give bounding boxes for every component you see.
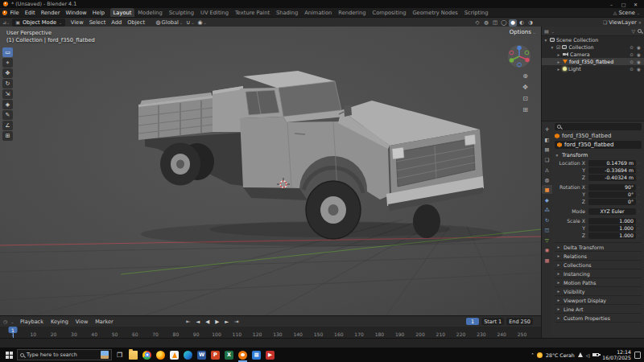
shading-rendered-icon[interactable]: ◑ <box>526 19 535 27</box>
animate-decorator-icon[interactable]: · <box>636 232 642 238</box>
tab-view-layer[interactable]: ❏ <box>542 155 552 164</box>
timeline-menu-view[interactable]: View <box>72 319 90 325</box>
edge-icon[interactable] <box>181 348 195 362</box>
tab-object-data[interactable]: ▽ <box>542 236 552 245</box>
minimize-button[interactable]: – <box>606 1 617 8</box>
start-button[interactable] <box>2 348 16 362</box>
taskbar-clock[interactable]: 12:14 16/07/2025 <box>602 349 631 360</box>
menu-window[interactable]: Window <box>63 10 89 16</box>
camera-view-icon[interactable]: ⊡ <box>522 95 528 102</box>
blender-icon[interactable] <box>236 348 250 362</box>
tool-measure[interactable]: ∠ <box>2 121 13 130</box>
viewport-menu-object[interactable]: Object <box>125 19 148 26</box>
collection-checkbox-icon[interactable]: ☑ <box>556 44 560 50</box>
toggle-xray-icon[interactable]: ◫ <box>491 19 499 27</box>
excel-icon[interactable]: X <box>222 348 236 362</box>
workspace-tab-compositing[interactable]: Compositing <box>369 8 409 17</box>
transform-value-field[interactable]: 1.000 <box>588 225 636 232</box>
panel-section-collections[interactable]: ▸Collections <box>555 261 642 269</box>
navigation-gizmo[interactable] <box>507 44 531 68</box>
tab-texture[interactable]: ▦ <box>542 256 552 265</box>
animate-decorator-icon[interactable]: · <box>636 160 642 166</box>
photos-icon[interactable]: ▦ <box>250 348 263 362</box>
viewport-menu-add[interactable]: Add <box>109 19 125 26</box>
play-button[interactable]: ▶ <box>213 318 221 326</box>
tool-select-box[interactable]: ▭ <box>2 47 13 57</box>
transform-value-field[interactable]: XYZ Euler <box>588 208 636 215</box>
expand-caret-icon[interactable]: ▸ <box>556 67 561 72</box>
panel-section-delta-transform[interactable]: ▸Delta Transform <box>555 243 642 252</box>
file-explorer-icon[interactable] <box>126 348 140 362</box>
mode-selector[interactable]: ▣ Object Mode ⌄ <box>12 19 65 27</box>
viewport-3d-scene[interactable] <box>0 27 541 315</box>
word-icon[interactable]: W <box>195 348 208 362</box>
menu-help[interactable]: Help <box>89 10 107 16</box>
transform-section-header[interactable]: ▾ Transform <box>555 151 642 159</box>
disable-in-renders-icon[interactable]: ◉ <box>636 52 642 57</box>
firefox-icon[interactable] <box>154 348 167 362</box>
playhead-label[interactable]: 1 <box>9 327 18 333</box>
timeline-ruler[interactable]: 1102030405060708090100110120130140150160… <box>0 327 541 338</box>
expand-caret-icon[interactable]: ▸ <box>556 60 561 64</box>
tab-object[interactable]: ■ <box>542 185 552 194</box>
tab-tool[interactable]: ✛ <box>542 125 552 134</box>
breadcrumb[interactable]: ford_f350_flatbed <box>555 132 642 140</box>
disable-in-renders-icon[interactable]: ◉ <box>636 67 642 72</box>
tray-expand-icon[interactable]: ˄ <box>531 352 534 358</box>
weather-label[interactable]: 28°C Cerah <box>546 352 575 358</box>
task-view-icon[interactable]: ❐ <box>113 348 126 362</box>
panel-section-motion-paths[interactable]: ▸Motion Paths <box>555 278 642 287</box>
animate-decorator-icon[interactable]: · <box>636 191 642 197</box>
vlc-icon[interactable] <box>167 348 181 362</box>
next-keyframe-button[interactable]: ► <box>222 318 231 326</box>
animate-decorator-icon[interactable]: · <box>636 175 642 180</box>
disable-in-renders-icon[interactable]: ◉ <box>636 60 642 64</box>
tab-render[interactable]: ◧ <box>542 135 552 144</box>
volume-icon[interactable]: ◁ <box>586 352 590 358</box>
end-frame-field[interactable]: End 250 <box>506 318 533 325</box>
scene-selector[interactable]: ◬ Scene ⌄ <box>613 10 642 16</box>
outliner-row-light[interactable]: ▸Light⊙◉ <box>542 65 644 72</box>
panel-section-visibility[interactable]: ▸Visibility <box>555 287 642 296</box>
transform-orientation-selector[interactable]: ◍ Global ⌄ <box>155 19 185 26</box>
viewport-menu-select[interactable]: Select <box>86 19 109 26</box>
transform-value-field[interactable]: 1.000 <box>588 218 636 224</box>
play-reverse-button[interactable]: ◀ <box>203 318 212 326</box>
show-gizmo-icon[interactable]: ◇ <box>473 19 481 27</box>
transform-value-field[interactable]: -0.40324 m <box>588 175 636 181</box>
tool-rotate[interactable]: ↻ <box>2 79 13 88</box>
expand-caret-icon[interactable]: ▸ <box>556 52 561 57</box>
tab-world[interactable]: ◍ <box>542 175 552 184</box>
tab-constraints[interactable]: ◫ <box>542 225 552 234</box>
proportional-editing-icon[interactable]: ◉⌄ <box>196 19 208 26</box>
search-icon[interactable] <box>638 29 642 33</box>
outliner-row-scene-collection[interactable]: ▾Scene Collection <box>542 36 644 43</box>
snap-magnet-icon[interactable]: ∪⌄ <box>184 19 196 26</box>
outliner-row-camera[interactable]: ▸Camera⊙◉ <box>542 51 644 58</box>
timeline-menu-keying[interactable]: Keying <box>47 319 71 325</box>
disable-in-renders-icon[interactable]: ◉ <box>636 45 642 50</box>
options-dropdown[interactable]: Options ⌄ <box>510 29 536 35</box>
tab-modifiers[interactable]: ◆ <box>542 195 552 204</box>
workspace-tab-scripting[interactable]: Scripting <box>461 8 492 17</box>
hide-in-viewport-eye-icon[interactable]: ⊙ <box>629 45 634 50</box>
outliner-row-collection[interactable]: ▾☑Collection⊙◉ <box>542 43 644 51</box>
workspace-tab-animation[interactable]: Animation <box>301 8 335 17</box>
transform-value-field[interactable]: 1.000 <box>588 232 636 239</box>
jump-to-start-button[interactable]: ⇤ <box>184 318 192 326</box>
toggle-ortho-icon[interactable]: ⊞ <box>522 106 528 113</box>
workspace-tab-modeling[interactable]: Modeling <box>134 8 165 17</box>
menu-file[interactable]: File <box>7 10 22 16</box>
expand-caret-icon[interactable]: ▾ <box>543 38 548 43</box>
current-frame-field[interactable]: 1 <box>466 318 479 325</box>
panel-section-line-art[interactable]: ▸Line Art <box>555 305 642 314</box>
notification-center-icon[interactable] <box>634 352 641 359</box>
object-name-field[interactable]: ford_f350_flatbed <box>555 141 642 149</box>
timeline-menu-marker[interactable]: Marker <box>93 319 116 325</box>
timeline-editor-icon[interactable]: ◷ <box>3 319 7 324</box>
battery-icon[interactable] <box>592 353 599 357</box>
tab-physics[interactable]: ↻ <box>542 216 552 224</box>
panel-section-instancing[interactable]: ▸Instancing <box>555 269 642 278</box>
start-frame-field[interactable]: Start 1 <box>481 318 504 325</box>
maximize-button[interactable]: □ <box>618 1 629 8</box>
